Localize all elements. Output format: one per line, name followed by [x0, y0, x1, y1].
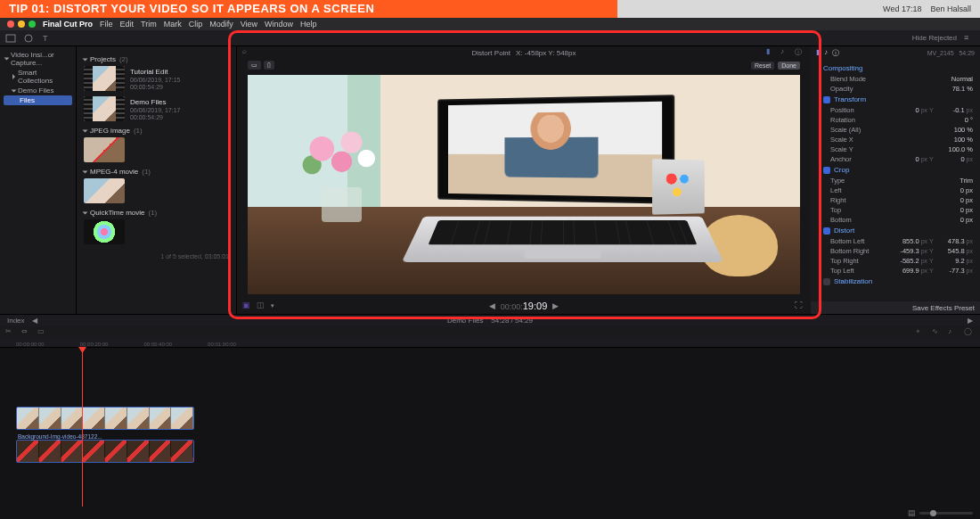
menu-modify[interactable]: Modify — [209, 20, 233, 29]
section-crop[interactable]: Crop — [811, 164, 980, 176]
prop-value[interactable]: -585.2 — [891, 257, 919, 265]
prop-value[interactable]: 0 — [891, 106, 919, 114]
minimize-window-icon[interactable] — [18, 21, 25, 28]
checkbox-icon[interactable] — [823, 227, 830, 235]
prop-value[interactable]: 545.8 — [936, 247, 965, 255]
zoom-percent[interactable]: ▾ — [271, 302, 274, 309]
view-mode-icon[interactable]: ▭ — [248, 61, 261, 70]
menu-help[interactable]: Help — [300, 20, 317, 29]
clip-appearance-icon[interactable]: ▤ — [908, 508, 916, 517]
checkbox-icon[interactable] — [823, 167, 830, 174]
clip-item[interactable] — [84, 219, 229, 244]
section-compositing[interactable]: Compositing — [811, 62, 980, 74]
prop-value[interactable]: 78.1 % — [944, 85, 973, 93]
prop-value[interactable]: -459.3 — [891, 247, 919, 255]
disclosure-icon[interactable] — [12, 74, 15, 79]
zoom-slider[interactable] — [919, 512, 973, 515]
timeline[interactable]: 00:00:00:00 00:00:20:00 00:00:40:00 00:0… — [0, 339, 980, 519]
prop-value[interactable]: Trim — [944, 177, 973, 185]
audio-inspector-icon[interactable]: ♪ — [824, 48, 828, 58]
prop-value[interactable]: 855.0 — [891, 237, 919, 245]
prop-value[interactable]: Normal — [944, 75, 973, 83]
distort-handle-top-right[interactable] — [666, 95, 674, 103]
prop-value[interactable]: 478.3 — [936, 237, 965, 245]
color-icon[interactable]: ▮ — [766, 47, 777, 58]
fullscreen-window-icon[interactable] — [29, 21, 36, 28]
prop-value[interactable]: 100.0 % — [944, 145, 973, 153]
reset-button[interactable]: Reset — [751, 62, 774, 70]
solo-icon[interactable]: ◯ — [964, 327, 975, 338]
distort-handle-bottom-left[interactable] — [437, 192, 444, 199]
checkbox-icon[interactable] — [823, 96, 830, 103]
section-distort[interactable]: Distort — [811, 225, 980, 236]
viewer-canvas[interactable] — [248, 75, 800, 294]
sidebar-item-demo[interactable]: Demo Files — [4, 86, 72, 95]
prop-value[interactable]: -77.3 — [936, 267, 965, 275]
menu-file[interactable]: File — [100, 20, 113, 29]
sidebar-item-smart[interactable]: Smart Collections — [4, 68, 72, 86]
menu-window[interactable]: Window — [265, 20, 293, 29]
view-mode-icon[interactable]: ▯ — [264, 61, 274, 70]
prop-value[interactable]: -0.1 — [936, 106, 965, 114]
audio-skim-icon[interactable]: ♪ — [948, 327, 959, 338]
clip-appearance-icon[interactable]: ≡ — [964, 33, 975, 44]
titles-icon[interactable]: T — [41, 33, 52, 44]
trim-tool-icon[interactable]: ✂ — [5, 327, 16, 338]
done-button[interactable]: Done — [778, 62, 800, 70]
library-icon[interactable] — [5, 33, 16, 44]
checkbox-icon[interactable] — [823, 278, 830, 285]
projects-header[interactable]: Projects (2) — [84, 55, 229, 63]
timeline-clip-top[interactable] — [16, 407, 194, 430]
timeline-ruler[interactable]: 00:00:00:00 00:00:20:00 00:00:40:00 00:0… — [0, 339, 980, 348]
crop-tool-icon[interactable]: ◫ — [257, 301, 267, 311]
prop-value[interactable]: 0 px — [944, 216, 973, 224]
section-stabilization[interactable]: Stabilization — [811, 276, 980, 287]
project-item[interactable]: Tutorial Edit 06/06/2019, 17:15 00:00:54… — [84, 66, 229, 91]
sidebar-item-library[interactable]: Video Insi...or Capture... — [4, 50, 72, 68]
snapping-icon[interactable]: ⌖ — [916, 327, 927, 338]
jpeg-header[interactable]: JPEG image (1) — [84, 127, 229, 135]
qt-header[interactable]: QuickTime movie (1) — [84, 209, 229, 217]
index-button[interactable]: Index — [7, 317, 25, 325]
sidebar-item-files[interactable]: Files — [4, 95, 72, 105]
clip-item[interactable] — [84, 178, 229, 203]
menu-mark[interactable]: Mark — [164, 20, 182, 29]
timeline-clip-bottom[interactable] — [16, 440, 194, 463]
next-edit-icon[interactable]: ▶ — [968, 317, 973, 325]
audio-icon[interactable]: ♪ — [780, 47, 791, 58]
info-icon[interactable]: ⓘ — [795, 47, 805, 58]
save-effects-preset-button[interactable]: Save Effects Preset — [912, 304, 975, 312]
close-window-icon[interactable] — [7, 21, 14, 28]
mpeg-header[interactable]: MPEG-4 movie (1) — [84, 168, 229, 176]
video-inspector-icon[interactable]: ▮ — [816, 48, 820, 58]
menu-clip[interactable]: Clip — [189, 20, 203, 29]
play-forward-icon[interactable]: ▶ — [552, 301, 559, 310]
skimming-icon[interactable]: ∿ — [932, 327, 943, 338]
prop-value[interactable]: 0 px — [944, 196, 973, 204]
fullscreen-icon[interactable]: ⛶ — [795, 301, 805, 311]
info-inspector-icon[interactable]: ⓘ — [832, 48, 839, 58]
prop-value[interactable]: 0 — [891, 155, 919, 163]
prev-edit-icon[interactable]: ◀ — [32, 317, 37, 325]
clip-item[interactable] — [84, 137, 229, 162]
menu-view[interactable]: View — [241, 20, 257, 29]
distort-handle-top-left[interactable] — [437, 99, 444, 106]
project-item[interactable]: Demo Files 06/06/2019, 17:17 00:00:54:29 — [84, 96, 229, 121]
prop-value[interactable]: 9.2 — [936, 257, 965, 265]
prop-value[interactable]: 0 px — [944, 186, 973, 194]
section-transform[interactable]: Transform — [811, 94, 980, 105]
distort-target-screen[interactable] — [437, 95, 674, 204]
prop-value[interactable]: 0 — [936, 155, 965, 163]
photos-icon[interactable] — [23, 33, 34, 44]
prop-value[interactable]: 0 px — [944, 206, 973, 214]
playhead[interactable] — [82, 348, 83, 507]
menu-trim[interactable]: Trim — [141, 20, 157, 29]
search-icon[interactable]: ⌕ — [242, 47, 253, 58]
disclosure-icon[interactable] — [4, 58, 10, 61]
position-tool-icon[interactable]: ⇔ — [21, 327, 32, 338]
prop-value[interactable]: 0 ° — [944, 116, 973, 124]
disclosure-icon[interactable] — [12, 89, 17, 92]
range-tool-icon[interactable]: ▭ — [37, 327, 48, 338]
prop-value[interactable]: 100 % — [944, 136, 973, 144]
transform-tool-icon[interactable]: ▣ — [242, 301, 253, 311]
